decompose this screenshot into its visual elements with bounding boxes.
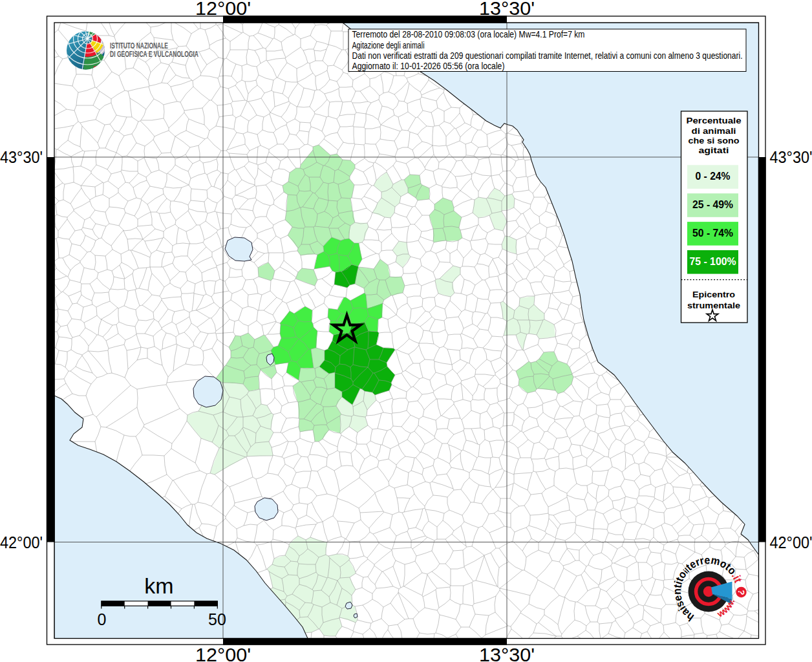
svg-text:Dati non verificati estratti d: Dati non verificati estratti da 209 ques…: [352, 50, 743, 61]
svg-text:42°00': 42°00': [0, 533, 43, 551]
svg-text:12°00': 12°00': [195, 645, 251, 662]
svg-text:13°30': 13°30': [479, 0, 535, 19]
svg-text:12°00': 12°00': [195, 0, 251, 19]
svg-text:km: km: [144, 573, 173, 598]
svg-text:50: 50: [208, 610, 226, 628]
svg-text:Percentuale: Percentuale: [687, 116, 742, 125]
svg-text:di animali: di animali: [692, 127, 736, 136]
svg-text:che si sono: che si sono: [689, 136, 740, 145]
svg-text:42°00': 42°00': [770, 533, 812, 551]
svg-text:strumentale: strumentale: [687, 301, 740, 310]
svg-text:43°30': 43°30': [0, 148, 43, 166]
svg-text:43°30': 43°30': [770, 148, 812, 166]
svg-text:50 - 74%: 50 - 74%: [692, 227, 733, 239]
svg-text:agitati: agitati: [699, 146, 729, 155]
svg-text:DI GEOFISICA E VULCANOLOGIA: DI GEOFISICA E VULCANOLOGIA: [110, 49, 198, 59]
svg-text:13°30': 13°30': [479, 645, 535, 662]
svg-text:Aggiornato il: 10-01-2026 05:5: Aggiornato il: 10-01-2026 05:56 (ora loc…: [352, 61, 505, 71]
svg-text:Agitazione degli animali: Agitazione degli animali: [352, 40, 425, 50]
svg-text:Terremoto del 28-08-2010 09:08: Terremoto del 28-08-2010 09:08:03 (ora l…: [352, 29, 585, 39]
svg-text:0 - 24%: 0 - 24%: [696, 170, 731, 182]
svg-text:75 - 100%: 75 - 100%: [690, 255, 736, 268]
svg-text:Epicentro: Epicentro: [692, 290, 735, 299]
svg-text:25 - 49%: 25 - 49%: [692, 198, 733, 211]
svg-text:0: 0: [98, 610, 107, 628]
